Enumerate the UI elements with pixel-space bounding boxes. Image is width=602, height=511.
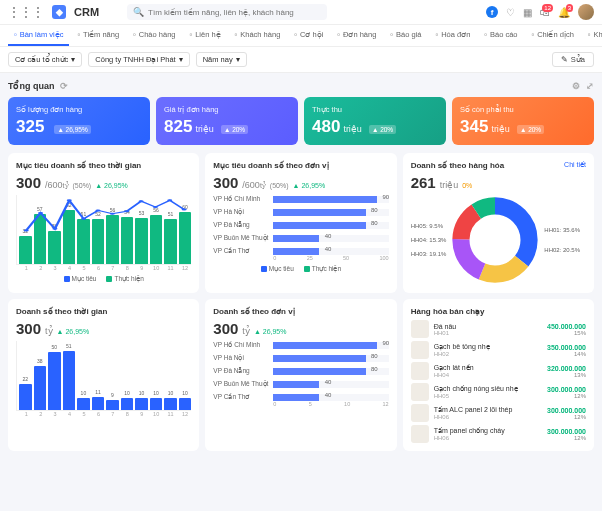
nav-item-2[interactable]: ▫Chào hàng — [127, 25, 181, 46]
product-image — [411, 404, 429, 422]
facebook-icon[interactable]: f — [486, 6, 498, 18]
kpi-card-3: Số còn phải thu345triệu▲ 20% — [452, 97, 594, 145]
card-top-products: Hàng hóa bán chạy Đá nâuHH01450.000.0001… — [403, 299, 594, 451]
product-image — [411, 362, 429, 380]
nav-icon: ▫ — [435, 30, 438, 39]
nav-item-11[interactable]: ▫Khác — [582, 25, 602, 46]
nav-icon: ▫ — [235, 30, 238, 39]
nav-item-7[interactable]: ▫Báo giá — [384, 25, 427, 46]
nav-item-8[interactable]: ▫Hóa đơn — [429, 25, 476, 46]
svg-point-10 — [167, 199, 172, 201]
product-image — [411, 320, 429, 338]
nav-item-9[interactable]: ▫Báo cáo — [478, 25, 523, 46]
card-target-by-unit: Mục tiêu doanh số theo đơn vị 300/600tỷ … — [205, 153, 396, 293]
chart-sales-time: 22385051101191010101010 — [16, 341, 191, 411]
hbar-row: VP Hà Nội80 — [213, 208, 388, 216]
nav-icon: ▫ — [390, 30, 393, 39]
card-sales-by-unit: Doanh số theo đơn vị 300 tỷ ▲ 26,95% VP … — [205, 299, 396, 451]
cart-icon[interactable]: 🛍12 — [540, 7, 550, 18]
nav-item-10[interactable]: ▫Chiến dịch — [526, 25, 580, 46]
hbar-row: VP Hồ Chí Minh90 — [213, 195, 388, 203]
nav-item-1[interactable]: ▫Tiềm năng — [71, 25, 125, 46]
calendar-icon[interactable]: ▦ — [523, 7, 532, 18]
app-logo: ◆ — [52, 5, 66, 19]
hbar-row: VP Cần Thơ40 — [213, 393, 388, 401]
card-target-by-time: Mục tiêu doanh số theo thời gian 300/600… — [8, 153, 199, 293]
nav-icon: ▫ — [337, 30, 340, 39]
product-image — [411, 383, 429, 401]
nav-icon: ▫ — [588, 30, 591, 39]
hbar-row: VP Hồ Chí Minh90 — [213, 341, 388, 349]
hbar-row: VP Đà Nẵng80 — [213, 367, 388, 375]
kpi-card-2: Thực thu480triệu▲ 20% — [304, 97, 446, 145]
hbar-row: VP Cần Thơ40 — [213, 247, 388, 255]
nav-icon: ▫ — [294, 30, 297, 39]
section-title: Tổng quan — [8, 81, 55, 91]
hbar-row: VP Hà Nội80 — [213, 354, 388, 362]
refresh-icon[interactable]: ⟳ — [60, 81, 68, 91]
filter-bar: Cơ cấu tổ chức ▾ Công ty TNHH Đại Phát ▾… — [0, 47, 602, 73]
settings-icon[interactable]: ⚙ — [572, 81, 580, 91]
nav-icon: ▫ — [484, 30, 487, 39]
kpi-card-0: Số lượng đơn hàng325▲ 26,95% — [8, 97, 150, 145]
chart-target-unit: VP Hồ Chí Minh90VP Hà Nội80VP Đà Nẵng80V… — [213, 195, 388, 255]
bell-icon[interactable]: 🔔3 — [558, 7, 570, 18]
kpi-card-1: Giá trị đơn hàng825triệu▲ 20% — [156, 97, 298, 145]
org-filter[interactable]: Cơ cấu tổ chức ▾ — [8, 52, 82, 67]
nav-icon: ▫ — [77, 30, 80, 39]
nav-item-4[interactable]: ▫Khách hàng — [229, 25, 287, 46]
user-avatar[interactable] — [578, 4, 594, 20]
nav-item-6[interactable]: ▫Đơn hàng — [331, 25, 382, 46]
product-row[interactable]: Tấm ALC panel 2 lõi thépHH06300.000.0001… — [411, 404, 586, 422]
search-input[interactable] — [148, 8, 321, 17]
org-value[interactable]: Công ty TNHH Đại Phát ▾ — [88, 52, 189, 67]
search-icon: 🔍 — [133, 7, 144, 17]
nav-item-5[interactable]: ▫Cơ hội — [288, 25, 329, 46]
chart-target-time: 325738625152565453565160 — [16, 195, 191, 265]
product-row[interactable]: Gạch chống nóng siêu nhẹHH05300.000.0001… — [411, 383, 586, 401]
expand-icon[interactable]: ⤢ — [586, 81, 594, 91]
product-row[interactable]: Tấm panel chống cháyHH06300.000.00012% — [411, 425, 586, 443]
chart-sales-unit: VP Hồ Chí Minh90VP Hà Nội80VP Đà Nẵng80V… — [213, 341, 388, 401]
app-name: CRM — [74, 6, 99, 18]
svg-point-8 — [138, 200, 143, 202]
donut-chart — [450, 195, 540, 285]
period-filter[interactable]: Năm nay ▾ — [196, 52, 247, 67]
nav-icon: ▫ — [532, 30, 535, 39]
product-row[interactable]: Gạch lát nềnHH04320.000.00013% — [411, 362, 586, 380]
hbar-row: VP Buôn Mê Thuột40 — [213, 234, 388, 242]
product-image — [411, 341, 429, 359]
product-image — [411, 425, 429, 443]
product-row[interactable]: Đá nâuHH01450.000.00015% — [411, 320, 586, 338]
nav-icon: ▫ — [133, 30, 136, 39]
product-row[interactable]: Gạch bê tông nhẹHH02350.000.00014% — [411, 341, 586, 359]
hbar-row: VP Buôn Mê Thuột40 — [213, 380, 388, 388]
nav-item-0[interactable]: ▫Bàn làm việc — [8, 25, 69, 46]
support-icon[interactable]: ♡ — [506, 7, 515, 18]
card-sales-by-time: Doanh số theo thời gian 300 tỷ ▲ 26,95% … — [8, 299, 199, 451]
nav-tabs: ▫Bàn làm việc▫Tiềm năng▫Chào hàng▫Liên h… — [0, 25, 602, 47]
nav-icon: ▫ — [14, 30, 17, 39]
edit-button[interactable]: ✎ Sửa — [552, 52, 594, 67]
card-sales-by-product: Doanh số theo hàng hóa Chi tiết 261 triệ… — [403, 153, 594, 293]
topbar: ⋮⋮⋮ ◆ CRM 🔍 f ♡ ▦ 🛍12 🔔3 — [0, 0, 602, 25]
detail-link[interactable]: Chi tiết — [564, 161, 586, 174]
hbar-row: VP Đà Nẵng80 — [213, 221, 388, 229]
search-box[interactable]: 🔍 — [127, 4, 327, 20]
app-grid-icon[interactable]: ⋮⋮⋮ — [8, 5, 44, 19]
nav-icon: ▫ — [189, 30, 192, 39]
nav-item-3[interactable]: ▫Liên hệ — [183, 25, 226, 46]
